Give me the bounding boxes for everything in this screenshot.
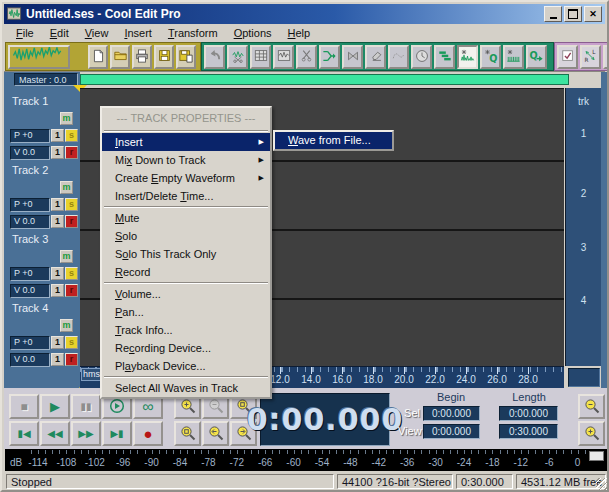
record-arm-button[interactable]: r — [65, 215, 78, 228]
view-length-field[interactable]: 0:30.000 — [499, 424, 558, 439]
zoom-in-vertical-button[interactable] — [578, 421, 605, 446]
maximize-button[interactable] — [564, 6, 582, 22]
pan-bus-button[interactable]: 1 — [51, 267, 64, 280]
q-arrow-button[interactable]: Q — [526, 45, 547, 69]
mixdown-button[interactable] — [319, 45, 340, 69]
volume-field[interactable]: V 0.0 — [10, 353, 50, 367]
volume-bus-button[interactable]: 1 — [51, 146, 64, 159]
fast-forward-button[interactable]: ▶▶ — [71, 421, 101, 446]
envelope-button[interactable] — [388, 45, 409, 69]
rewind-button[interactable]: ◀◀ — [40, 421, 70, 446]
horizontal-scrollbar[interactable] — [80, 74, 569, 85]
menu-item-mix-down-to-track[interactable]: Mix Down to Track▶ — [102, 151, 270, 169]
menu-item-recording-device[interactable]: Recording Device... — [102, 339, 270, 357]
menu-help[interactable]: Help — [280, 25, 319, 41]
steps-button[interactable] — [434, 45, 455, 69]
save-as-button[interactable] — [176, 45, 196, 69]
eraser-button[interactable] — [365, 45, 386, 69]
volume-bus-button[interactable]: 1 — [51, 215, 64, 228]
menu-item-solo-this-track-only[interactable]: Solo This Track Only — [102, 245, 270, 263]
fx-waves-button[interactable] — [457, 45, 478, 69]
menu-item-create-empty-waveform[interactable]: Create Empty Waveform▶ — [102, 169, 270, 187]
record-button[interactable]: ● — [133, 421, 163, 446]
mute-button[interactable]: m — [60, 319, 73, 332]
resize-grip[interactable] — [596, 478, 608, 490]
menu-item-solo[interactable]: Solo — [102, 227, 270, 245]
menu-item-select-all-waves-in-track[interactable]: Select All Waves in Track — [102, 379, 270, 397]
solo-button[interactable]: s — [65, 198, 78, 211]
menu-item-pan[interactable]: Pan... — [102, 303, 270, 321]
menu-item-insert-delete-time[interactable]: Insert/Delete Time... — [102, 187, 270, 205]
menu-insert[interactable]: Insert — [116, 25, 160, 41]
pan-bus-button[interactable]: 1 — [51, 336, 64, 349]
record-arm-button[interactable]: r — [65, 146, 78, 159]
submenu-item-wave-from-file[interactable]: Wave from File... — [275, 132, 392, 149]
cut-wave-button[interactable] — [227, 45, 248, 69]
level-meter[interactable]: dB-114-108-102-96-90-84-78-72-66-60-54-4… — [5, 449, 608, 471]
undo-button[interactable] — [204, 45, 225, 69]
solo-button[interactable]: s — [65, 129, 78, 142]
go-to-beginning-button[interactable]: ▮◀ — [9, 421, 39, 446]
pan-field[interactable]: P +0 — [10, 336, 50, 350]
pan-bus-button[interactable]: 1 — [51, 198, 64, 211]
pan-field[interactable]: P +0 — [10, 198, 50, 212]
title-bar[interactable]: Untitled.ses - Cool Edit Pro ✕ — [4, 4, 605, 24]
mute-button[interactable]: m — [60, 250, 73, 263]
volume-field[interactable]: V 0.0 — [10, 146, 50, 160]
solo-button[interactable]: s — [65, 267, 78, 280]
checkbox-button[interactable] — [557, 45, 578, 69]
master-volume[interactable]: Master : 0.0 — [14, 73, 78, 86]
menu-transform[interactable]: Transform — [160, 25, 226, 41]
menu-item-playback-device[interactable]: Playback Device... — [102, 357, 270, 375]
volume-field[interactable]: V 0.0 — [10, 215, 50, 229]
zoom-left-edge-button[interactable] — [202, 421, 229, 446]
clock-button[interactable] — [411, 45, 432, 69]
wave-block-button[interactable] — [273, 45, 294, 69]
pan-field[interactable]: P +0 — [10, 267, 50, 281]
menu-item-mute[interactable]: Mute — [102, 209, 270, 227]
record-arm-button[interactable]: r — [65, 353, 78, 366]
record-arm-button[interactable]: r — [65, 284, 78, 297]
save-button[interactable] — [154, 45, 174, 69]
sel-length-field[interactable]: 0:00.000 — [499, 406, 558, 421]
go-to-end-button[interactable]: ▶▮ — [102, 421, 132, 446]
solo-button[interactable]: s — [65, 336, 78, 349]
view-begin-field[interactable]: 0:00.000 — [423, 424, 480, 439]
grid-button[interactable] — [250, 45, 271, 69]
menu-edit[interactable]: Edit — [42, 25, 77, 41]
pan-bus-button[interactable]: 1 — [51, 129, 64, 142]
play-button[interactable]: ▶ — [40, 394, 70, 419]
pan-field[interactable]: P +0 — [10, 129, 50, 143]
print-button[interactable] — [132, 45, 152, 69]
crossfade-button[interactable] — [342, 45, 363, 69]
time-display[interactable]: 0:00.000 — [260, 393, 390, 446]
menu-item-insert[interactable]: Insert▶ — [102, 133, 270, 151]
zoom-out-vertical-button[interactable] — [578, 394, 605, 419]
menu-file[interactable]: File — [8, 25, 42, 41]
stop-button[interactable]: ■ — [9, 394, 39, 419]
volume-bus-button[interactable]: 1 — [51, 353, 64, 366]
pan-lr-button[interactable]: LR — [580, 45, 601, 69]
pause-button[interactable]: ▮▮ — [71, 394, 101, 419]
new-file-button[interactable] — [88, 45, 108, 69]
menu-view[interactable]: View — [77, 25, 117, 41]
minimize-button[interactable] — [544, 6, 562, 22]
volume-bus-button[interactable]: 1 — [51, 284, 64, 297]
volume-field[interactable]: V 0.0 — [10, 284, 50, 298]
menu-item-volume[interactable]: Volume... — [102, 285, 270, 303]
mute-button[interactable]: m — [60, 181, 73, 194]
track-zoom-strip[interactable]: trk1234 — [565, 88, 601, 366]
partial-button[interactable] — [603, 45, 609, 69]
fx-q-button[interactable]: Q — [480, 45, 501, 69]
fx-ruler-button[interactable] — [503, 45, 524, 69]
menu-item-record[interactable]: Record — [102, 263, 270, 281]
sel-begin-field[interactable]: 0:00.000 — [423, 406, 480, 421]
scissors-button[interactable] — [296, 45, 317, 69]
menu-item-track-info[interactable]: Track Info... — [102, 321, 270, 339]
mute-button[interactable]: m — [60, 112, 73, 125]
zoom-to-selection-button[interactable] — [174, 421, 201, 446]
close-button[interactable]: ✕ — [584, 6, 602, 22]
menu-options[interactable]: Options — [226, 25, 280, 41]
open-file-button[interactable] — [110, 45, 130, 69]
multitrack-view-button[interactable] — [8, 45, 70, 69]
